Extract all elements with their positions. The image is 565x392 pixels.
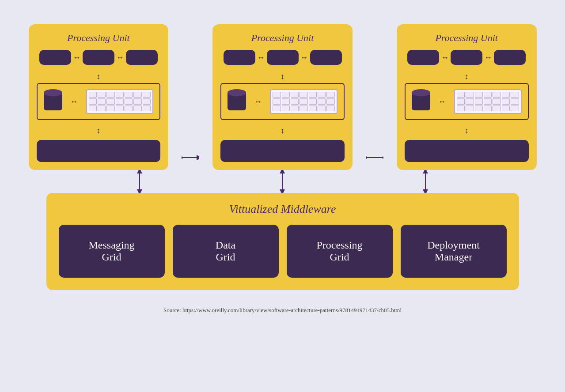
pu2-cell <box>273 92 281 98</box>
processing-units-row: Processing Unit ↔ ↔ ↕ ↔ <box>29 24 537 170</box>
pu3-cell <box>511 106 519 111</box>
pu1-cylinder-top <box>44 89 62 96</box>
pu2-cell <box>326 98 334 104</box>
pu2-cell <box>318 106 326 111</box>
pu3-cell <box>502 106 510 111</box>
pu3-cell <box>493 106 501 111</box>
pu1-cell <box>133 98 141 104</box>
pu1-cell <box>89 106 97 111</box>
vertical-connectors <box>46 170 519 193</box>
pu3-pill-2 <box>451 50 482 65</box>
v-arrow-3 <box>422 170 429 193</box>
messaging-grid-label: MessagingGrid <box>89 239 135 263</box>
pu1-cell <box>116 92 124 98</box>
pu1-cell <box>125 106 133 111</box>
pu2-cell <box>300 106 307 111</box>
pu1-arrow-h-3: ↔ <box>70 97 78 106</box>
pu2-cell <box>326 106 334 111</box>
pu2-cell <box>309 98 317 104</box>
pu2-cell <box>282 98 290 104</box>
processing-unit-2: Processing Unit ↔ ↔ ↕ ↔ <box>212 24 353 170</box>
pu2-cell <box>309 106 317 111</box>
pu3-cell <box>466 92 474 98</box>
pu2-cell <box>300 98 307 104</box>
pu3-arrow-v-2: ↕ <box>465 126 469 136</box>
pu1-arrow-h-2: ↔ <box>116 53 124 62</box>
pu2-cell <box>309 92 317 98</box>
pu1-cell <box>98 106 106 111</box>
pu1-cell <box>89 98 97 104</box>
pu1-cell <box>125 98 133 104</box>
pu1-cell <box>106 92 114 98</box>
pu3-cell <box>457 98 465 104</box>
pu3-pill-1 <box>407 50 439 65</box>
pu2-cylinder <box>228 89 246 114</box>
pu1-cell <box>133 106 141 111</box>
pu1-grid <box>86 89 154 114</box>
pu2-grid <box>270 89 337 114</box>
pu3-bottom-bar <box>405 140 529 162</box>
pu2-cell <box>318 98 326 104</box>
processing-grid-label: ProcessingGrid <box>317 239 363 263</box>
pu3-cell <box>457 106 465 111</box>
pu1-cell <box>98 98 106 104</box>
pu2-cell <box>326 92 334 98</box>
pu1-cell <box>133 92 141 98</box>
v-arrow-1 <box>136 170 143 193</box>
pu2-cell <box>282 92 290 98</box>
pu2-arrow-v-2: ↕ <box>281 126 284 136</box>
pu3-cell <box>484 106 492 111</box>
pu3-cylinder <box>412 89 430 114</box>
pu3-cell <box>511 92 519 98</box>
pu1-pill-1 <box>39 50 71 65</box>
pu2-arrow-h-1: ↔ <box>257 53 265 62</box>
pu3-arrow-h-2: ↔ <box>484 53 492 62</box>
pu2-arrow-h-2: ↔ <box>300 53 308 62</box>
pu3-cell <box>457 92 465 98</box>
pu3-pills-row: ↔ ↔ <box>407 50 526 65</box>
pu1-arrow-v-1: ↕ <box>96 72 100 81</box>
pu3-cell <box>466 106 474 111</box>
middleware-card-processing: ProcessingGrid <box>287 225 393 278</box>
pu2-cell <box>291 92 299 98</box>
pu1-cell <box>143 106 151 111</box>
pu1-arrow-h-1: ↔ <box>73 53 81 62</box>
h-arrow-2-3 <box>366 153 383 162</box>
pu3-arrow-v-1: ↕ <box>465 72 469 81</box>
pu1-cell <box>143 92 151 98</box>
deployment-manager-label: DeploymentManager <box>427 239 480 263</box>
middleware-grids: MessagingGrid DataGrid ProcessingGrid De… <box>59 225 507 278</box>
pu2-cell <box>273 106 281 111</box>
pu1-title: Processing Unit <box>67 32 130 44</box>
main-diagram: Processing Unit ↔ ↔ ↕ ↔ <box>29 24 537 290</box>
pu3-cell <box>502 92 510 98</box>
pu1-inner-box: ↔ <box>37 83 161 120</box>
middleware-title: Vittualized Middleware <box>59 203 507 216</box>
pu3-cell <box>484 92 492 98</box>
pu3-arrow-h-3: ↔ <box>438 97 446 106</box>
pu3-cell <box>475 98 483 104</box>
pu1-cell <box>116 106 124 111</box>
pu2-inner-box: ↔ <box>220 83 345 120</box>
pu1-cell <box>106 106 114 111</box>
pu1-cell <box>143 98 151 104</box>
pu2-pill-1 <box>224 50 255 65</box>
pu3-title: Processing Unit <box>435 32 498 44</box>
pu1-cell <box>116 98 124 104</box>
pu2-title: Processing Unit <box>251 32 314 44</box>
pu1-cell <box>106 98 114 104</box>
pu3-pill-3 <box>494 50 526 65</box>
middleware-card-data: DataGrid <box>173 225 279 278</box>
pu3-cell <box>493 98 501 104</box>
processing-unit-1: Processing Unit ↔ ↔ ↕ ↔ <box>29 24 169 170</box>
middleware-card-deployment: DeploymentManager <box>401 225 507 278</box>
pu3-grid <box>454 89 522 114</box>
pu2-cell <box>291 98 299 104</box>
pu1-cell <box>125 92 133 98</box>
pu3-arrow-h-1: ↔ <box>441 53 449 62</box>
pu2-cylinder-top <box>228 89 246 96</box>
middleware-box: Vittualized Middleware MessagingGrid Dat… <box>46 193 519 290</box>
v-arrow-2 <box>279 170 286 193</box>
pu1-bottom-bar <box>37 140 161 162</box>
pu3-cell <box>502 98 510 104</box>
